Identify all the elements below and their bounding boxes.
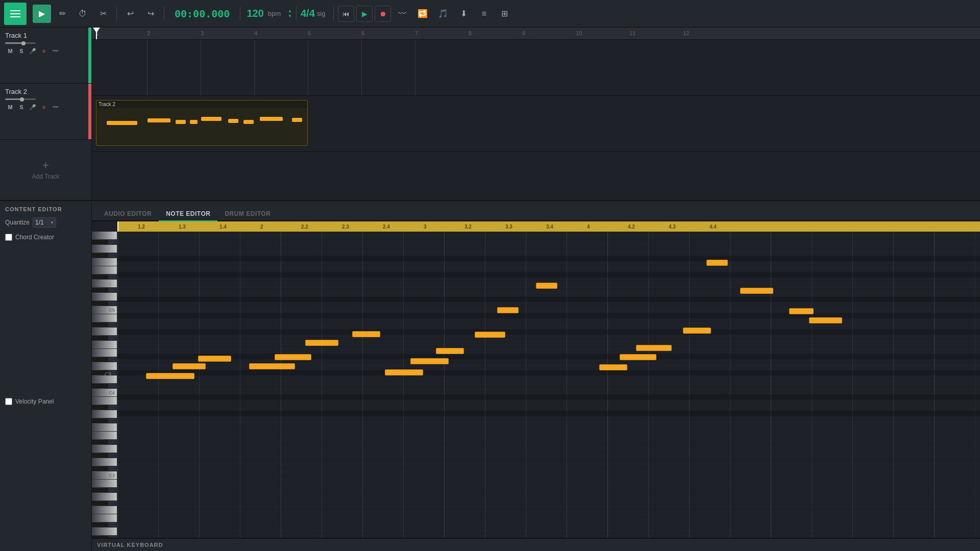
pencil-tool-button[interactable]: ✏ bbox=[53, 5, 71, 23]
piano-key-D3[interactable] bbox=[92, 458, 117, 466]
midi-note[interactable] bbox=[305, 340, 338, 346]
track-1-wave[interactable]: 〰 bbox=[50, 46, 60, 56]
piano-key-Bb4[interactable] bbox=[92, 322, 108, 328]
midi-note[interactable] bbox=[740, 288, 773, 294]
piano-key-G3[interactable] bbox=[92, 423, 117, 432]
track-2-clip[interactable]: Track 2 bbox=[96, 100, 308, 146]
cut-tool-button[interactable]: ✂ bbox=[94, 5, 112, 23]
piano-key-E2[interactable] bbox=[92, 528, 117, 536]
midi-note[interactable] bbox=[599, 364, 627, 370]
track-1-solo[interactable]: S bbox=[16, 46, 27, 56]
chord-creator-label[interactable]: Chord Creator bbox=[15, 234, 54, 241]
track-1-volume[interactable] bbox=[5, 42, 36, 44]
skip-back-button[interactable]: ⏮ bbox=[338, 6, 354, 22]
piano-key-Ab3[interactable] bbox=[92, 418, 108, 423]
piano-key-G5[interactable] bbox=[92, 258, 117, 266]
track-1-lane[interactable] bbox=[92, 40, 980, 96]
redo-button[interactable]: ↪ bbox=[141, 5, 160, 23]
piano-key-Ab4[interactable] bbox=[92, 336, 108, 341]
velocity-panel-checkbox[interactable] bbox=[5, 398, 12, 405]
undo-button[interactable]: ↩ bbox=[121, 5, 139, 23]
piano-key-F3[interactable] bbox=[92, 440, 108, 445]
piano-key-Ab2[interactable] bbox=[92, 501, 108, 506]
velocity-panel-label[interactable]: Velocity Panel bbox=[15, 398, 54, 405]
track-1-rec[interactable]: ≡ bbox=[39, 46, 49, 56]
track-2-rec[interactable]: ≡ bbox=[39, 102, 49, 112]
piano-key-F4[interactable] bbox=[92, 357, 108, 362]
draw-mode-button[interactable]: 〰 bbox=[393, 5, 411, 23]
midi-note[interactable] bbox=[173, 363, 206, 369]
midi-note[interactable] bbox=[636, 345, 672, 351]
piano-key-C5[interactable]: C5 bbox=[92, 306, 117, 314]
loop-button[interactable]: 🔁 bbox=[413, 5, 432, 23]
midi-note[interactable] bbox=[620, 354, 656, 360]
piano-key-G4[interactable] bbox=[92, 341, 117, 349]
piano-key-F2[interactable] bbox=[92, 522, 108, 528]
piano-key-Gb3[interactable] bbox=[92, 432, 117, 440]
piano-key-A3[interactable] bbox=[92, 410, 117, 418]
track-2-solo[interactable]: S bbox=[16, 102, 27, 112]
midi-note[interactable] bbox=[249, 363, 295, 369]
midi-note[interactable] bbox=[706, 260, 728, 266]
midi-note[interactable] bbox=[146, 373, 194, 379]
piano-key-C3[interactable]: C3 bbox=[92, 471, 117, 480]
piano-key-Bb5[interactable] bbox=[92, 240, 108, 245]
track-2-wave[interactable]: 〰 bbox=[50, 102, 60, 112]
piano-key-B2[interactable] bbox=[92, 480, 117, 488]
track-2-volume-knob[interactable] bbox=[20, 97, 24, 102]
piano-key-Eb2[interactable] bbox=[92, 536, 108, 538]
piano-key-Bb3[interactable] bbox=[92, 405, 108, 410]
tab-audio-editor[interactable]: AUDIO EDITOR bbox=[97, 207, 159, 221]
track-1-mic[interactable]: 🎤 bbox=[28, 46, 38, 56]
midi-note[interactable] bbox=[683, 328, 711, 334]
midi-note[interactable] bbox=[352, 331, 380, 337]
midi-note[interactable] bbox=[436, 348, 464, 354]
piano-key-Gb4[interactable] bbox=[92, 349, 117, 357]
note-grid[interactable] bbox=[117, 232, 980, 538]
piano-key-A2[interactable] bbox=[92, 493, 117, 501]
quantize-select[interactable]: 1/1 1/2 1/4 1/8 1/16 bbox=[33, 217, 56, 228]
metronome-button[interactable]: 🎵 bbox=[434, 5, 452, 23]
tab-drum-editor[interactable]: DRUM EDITOR bbox=[217, 207, 278, 221]
piano-key-Db3[interactable] bbox=[92, 466, 108, 471]
menu-button[interactable] bbox=[4, 3, 27, 25]
piano-key-B5[interactable] bbox=[92, 232, 117, 240]
midi-note[interactable] bbox=[809, 317, 842, 323]
piano-key-A4[interactable] bbox=[92, 328, 117, 336]
record-button[interactable]: ⏺ bbox=[375, 6, 391, 22]
piano-key-Gb2[interactable] bbox=[92, 514, 117, 522]
playhead[interactable] bbox=[96, 28, 97, 39]
track-1-mute[interactable]: M bbox=[5, 46, 15, 56]
midi-note[interactable] bbox=[385, 369, 423, 375]
timer-tool-button[interactable]: ⏱ bbox=[74, 5, 92, 23]
midi-note[interactable] bbox=[497, 307, 519, 313]
piano-key-Db4[interactable] bbox=[92, 384, 108, 389]
midi-note[interactable] bbox=[410, 358, 449, 364]
piano-key-Db5[interactable] bbox=[92, 301, 108, 306]
tab-note-editor[interactable]: NOTE EDITOR bbox=[159, 207, 217, 221]
track-1-volume-knob[interactable] bbox=[21, 41, 26, 45]
grid-button[interactable]: ⊞ bbox=[495, 5, 513, 23]
play-button[interactable]: ▶ bbox=[356, 6, 373, 22]
piano-key-C4[interactable]: C4 bbox=[92, 389, 117, 397]
piano-key-F5[interactable] bbox=[92, 274, 108, 280]
chord-creator-checkbox[interactable] bbox=[5, 234, 12, 241]
piano-key-E4[interactable] bbox=[92, 362, 117, 370]
midi-note[interactable] bbox=[789, 308, 814, 314]
piano-key-G2[interactable] bbox=[92, 506, 117, 514]
piano-key-Gb5[interactable] bbox=[92, 266, 117, 274]
piano-key-Eb3[interactable] bbox=[92, 453, 108, 458]
midi-note[interactable] bbox=[198, 356, 231, 362]
track-2-volume[interactable] bbox=[5, 98, 36, 100]
track-2-mic[interactable]: 🎤 bbox=[28, 102, 38, 112]
piano-key-Eb5[interactable] bbox=[92, 288, 108, 293]
mixer-button[interactable]: ≡ bbox=[475, 5, 493, 23]
midi-note[interactable] bbox=[475, 332, 505, 338]
piano-key-A5[interactable] bbox=[92, 245, 117, 253]
bpm-down-arrow[interactable]: ▼ bbox=[288, 14, 292, 19]
piano-key-D5[interactable] bbox=[92, 293, 117, 301]
select-tool-button[interactable]: ▶ bbox=[33, 5, 51, 23]
piano-key-B3[interactable] bbox=[92, 397, 117, 405]
export-button[interactable]: ⬇ bbox=[454, 5, 473, 23]
piano-key-E3[interactable] bbox=[92, 445, 117, 453]
